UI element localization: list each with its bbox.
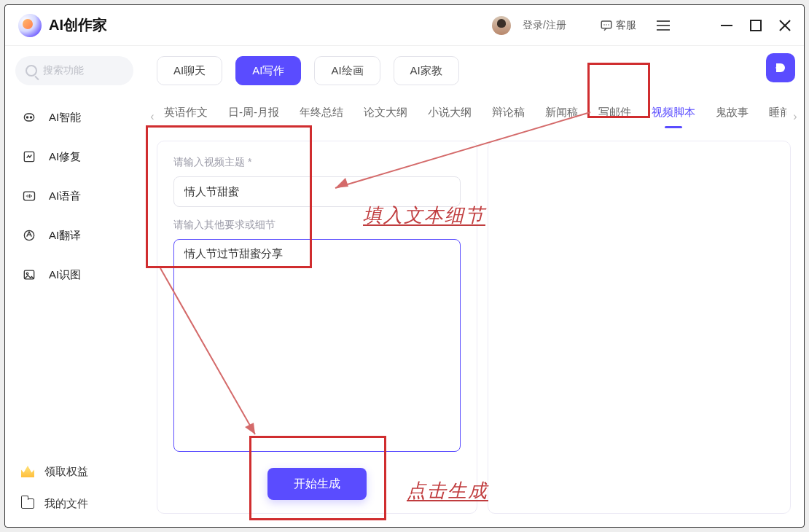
subtabs-next[interactable]: › — [786, 110, 804, 123]
search-icon — [26, 65, 37, 77]
sidebar-nav: AI智能 AI修复 AI语音 — [15, 103, 133, 289]
crown-icon — [21, 466, 34, 477]
window-controls — [721, 20, 791, 31]
svg-point-1 — [603, 24, 605, 26]
subtab-item[interactable]: 论文大纲 — [364, 106, 407, 128]
output-pane — [488, 141, 791, 514]
tab-ai-paint[interactable]: AI绘画 — [314, 56, 380, 85]
subtab-item[interactable]: 写邮件 — [598, 106, 631, 128]
details-textarea[interactable] — [173, 239, 461, 452]
send-icon — [774, 61, 787, 74]
subtab-item[interactable]: 辩论稿 — [492, 106, 525, 128]
app-logo — [18, 14, 42, 37]
sidebar-vip-link[interactable]: 领取权益 — [15, 455, 133, 488]
close-button[interactable] — [779, 20, 791, 31]
sidebar-item-ai-voice[interactable]: AI语音 — [15, 181, 133, 211]
translate-icon — [21, 227, 37, 243]
subtab-item[interactable]: 新闻稿 — [545, 106, 578, 128]
sidebar-files-link[interactable]: 我的文件 — [15, 488, 133, 520]
subtab-item[interactable]: 日-周-月报 — [228, 106, 279, 128]
subtab-item[interactable]: 年终总结 — [300, 106, 343, 128]
sidebar-item-ai-image[interactable]: AI识图 — [15, 260, 133, 289]
vip-label: 领取权益 — [44, 465, 88, 479]
sidebar-item-ai-smart[interactable]: AI智能 — [15, 103, 133, 132]
subtabs-prev[interactable]: ‹ — [144, 110, 161, 123]
details-label: 请输入其他要求或细节 — [173, 219, 461, 232]
login-link[interactable]: 登录/注册 — [523, 19, 566, 32]
svg-rect-4 — [24, 114, 34, 121]
search-input[interactable]: 搜索功能 — [15, 56, 133, 85]
content-pane: 请输入视频主题 * 请输入其他要求或细节 开始生成 — [144, 130, 804, 527]
tab-ai-write[interactable]: AI写作 — [235, 56, 301, 85]
svg-point-2 — [606, 24, 607, 26]
tab-ai-tutor[interactable]: AI家教 — [394, 56, 459, 85]
maximize-button[interactable] — [750, 20, 762, 31]
sidebar-item-label: AI识图 — [49, 268, 81, 282]
titlebar: AI创作家 登录/注册 客服 — [5, 5, 804, 46]
chat-icon — [600, 19, 613, 32]
image-icon — [21, 267, 37, 283]
sidebar-item-label: AI修复 — [49, 150, 81, 164]
svg-rect-8 — [24, 192, 35, 200]
subtab-item-active[interactable]: 视频脚本 — [652, 106, 695, 128]
svg-point-11 — [26, 273, 28, 275]
sidebar-item-label: AI语音 — [49, 189, 81, 203]
app-window: AI创作家 登录/注册 客服 搜索功能 — [4, 4, 805, 528]
folder-icon — [21, 498, 34, 509]
avatar[interactable] — [492, 16, 511, 35]
app-title: AI创作家 — [49, 15, 107, 35]
subtabs: 英语作文 日-周-月报 年终总结 论文大纲 小说大纲 辩论稿 新闻稿 写邮件 视… — [161, 106, 786, 128]
subtabs-row: ‹ 英语作文 日-周-月报 年终总结 论文大纲 小说大纲 辩论稿 新闻稿 写邮件… — [144, 103, 804, 130]
svg-point-6 — [30, 117, 31, 118]
top-tabs: AI聊天 AI写作 AI绘画 AI家教 — [144, 56, 804, 85]
main-pane: AI聊天 AI写作 AI绘画 AI家教 ‹ 英语作文 日-周-月报 年终总结 论… — [144, 46, 804, 527]
customer-service-button[interactable]: 客服 — [600, 19, 636, 32]
subtab-item[interactable]: 英语作文 — [164, 106, 208, 128]
tab-ai-chat[interactable]: AI聊天 — [157, 56, 222, 85]
minimize-button[interactable] — [721, 20, 732, 31]
sidebar-item-label: AI智能 — [49, 111, 81, 125]
subtab-item[interactable]: 小说大纲 — [428, 106, 472, 128]
topic-input-field[interactable] — [184, 186, 450, 198]
send-button[interactable] — [766, 53, 795, 82]
sidebar-item-ai-repair[interactable]: AI修复 — [15, 142, 133, 171]
svg-point-5 — [26, 117, 28, 118]
voice-icon — [21, 188, 37, 204]
sidebar-item-label: AI翻译 — [49, 229, 81, 243]
sidebar-item-ai-translate[interactable]: AI翻译 — [15, 221, 133, 250]
svg-point-3 — [608, 24, 609, 26]
files-label: 我的文件 — [44, 497, 88, 511]
sidebar: 搜索功能 AI智能 AI修复 — [5, 46, 144, 527]
app-body: 搜索功能 AI智能 AI修复 — [5, 46, 804, 527]
subtab-item[interactable]: 睡前小故事 — [769, 106, 786, 128]
customer-service-label: 客服 — [616, 19, 636, 32]
subtab-item[interactable]: 鬼故事 — [716, 106, 749, 128]
menu-icon[interactable] — [657, 20, 670, 31]
brain-icon — [21, 109, 37, 125]
search-placeholder: 搜索功能 — [43, 64, 84, 77]
form-pane: 请输入视频主题 * 请输入其他要求或细节 开始生成 — [157, 141, 477, 514]
topic-label: 请输入视频主题 * — [173, 156, 461, 169]
generate-button[interactable]: 开始生成 — [267, 468, 367, 500]
topic-input[interactable] — [173, 176, 461, 207]
repair-icon — [21, 149, 37, 165]
